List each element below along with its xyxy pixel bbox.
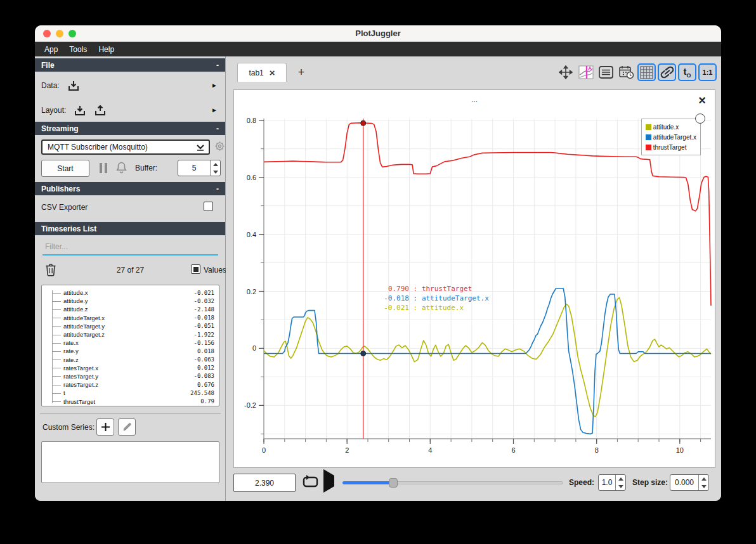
tab-tab1[interactable]: tab1 × — [237, 63, 287, 82]
buffer-spinbox[interactable]: 5 — [178, 160, 221, 176]
tracker-line: -0.018 : attitudeTarget.x — [379, 294, 489, 303]
timeseries-row[interactable]: thrustTarget0.79 — [63, 397, 219, 405]
collapse-indicator: - — [216, 185, 219, 193]
custom-series-list[interactable] — [41, 441, 219, 483]
loop-icon[interactable] — [302, 474, 319, 490]
add-custom-series-button[interactable] — [96, 418, 114, 436]
plot-corner-handle[interactable] — [695, 113, 705, 124]
buffer-spin-arrows[interactable] — [210, 160, 220, 176]
timeseries-row[interactable]: rate.x-0.156 — [63, 339, 219, 347]
slider-handle[interactable] — [389, 478, 398, 488]
play-button[interactable] — [323, 476, 334, 487]
close-window-button[interactable] — [43, 30, 51, 37]
notifications-bell-icon[interactable] — [115, 161, 127, 174]
timeseries-row[interactable]: rate.z-0.063 — [63, 356, 219, 364]
legend-color-chip — [646, 145, 651, 150]
curve-tracker-icon[interactable]: A — [577, 63, 595, 81]
data-menu-arrow[interactable]: ► — [211, 82, 218, 89]
pan-zoom-icon[interactable] — [556, 63, 575, 81]
section-header-publishers[interactable]: Publishers - — [35, 182, 225, 195]
timeseries-value: 0.018 — [197, 348, 214, 354]
datetime-icon[interactable] — [617, 63, 635, 81]
save-layout-icon[interactable] — [94, 105, 107, 117]
timeseries-name[interactable]: attitudeTarget.y — [63, 323, 105, 330]
timeseries-name[interactable]: rate.y — [63, 347, 79, 354]
timeseries-row[interactable]: attitude.y-0.032 — [63, 297, 219, 305]
new-tab-button[interactable]: + — [293, 64, 310, 81]
slider-fill — [342, 481, 393, 484]
tracker-line: -0.021 : attitude.x — [379, 303, 489, 313]
time-readout-box[interactable]: 2.390 — [233, 474, 296, 492]
menu-item-app[interactable]: App — [39, 44, 63, 55]
timeseries-row[interactable]: ratesTarget.y-0.083 — [63, 372, 219, 380]
plot-close-icon[interactable]: × — [698, 94, 706, 107]
section-header-streaming[interactable]: Streaming - — [35, 122, 225, 135]
pause-icon[interactable] — [99, 162, 108, 174]
timeseries-row[interactable]: ratesTarget.x0.012 — [63, 364, 219, 372]
plot-title[interactable]: ... — [234, 95, 715, 104]
timeseries-row[interactable]: attitudeTarget.z-1.922 — [63, 330, 219, 339]
timeseries-row[interactable]: attitudeTarget.y-0.051 — [63, 322, 219, 330]
timeseries-name[interactable]: ratesTarget.x — [63, 365, 98, 372]
timeseries-name[interactable]: rate.x — [63, 339, 79, 346]
menu-item-help[interactable]: Help — [93, 44, 120, 55]
timeseries-row[interactable]: rate.y0.018 — [63, 347, 219, 355]
timeseries-row[interactable]: attitude.x-0.021 — [63, 288, 219, 297]
legend-item[interactable]: attitude.x — [646, 122, 696, 132]
timeseries-name[interactable]: rate.z — [63, 356, 79, 363]
timeseries-name[interactable]: attitudeTarget.z — [63, 331, 105, 338]
svg-text:0.4: 0.4 — [247, 231, 256, 238]
values-checkbox[interactable] — [191, 264, 200, 274]
tracker-readout: 0.790 : thrustTarget-0.018 : attitudeTar… — [379, 284, 489, 313]
minimize-window-button[interactable] — [56, 30, 63, 37]
start-button[interactable]: Start — [41, 160, 89, 177]
step-size-value: 0.000 — [670, 475, 698, 490]
timeseries-name[interactable]: attitude.z — [63, 306, 88, 313]
step-size-spinbox[interactable]: 0.000 — [670, 474, 709, 491]
legend-item[interactable]: attitudeTarget.x — [646, 132, 696, 142]
plot-list-icon[interactable] — [597, 63, 615, 81]
load-data-icon[interactable] — [67, 80, 80, 92]
plot-widget[interactable]: ... × attitude.xattitudeTarget.xthrustTa… — [233, 89, 715, 468]
section-header-timeseries[interactable]: Timeseries List — [35, 222, 225, 235]
timeseries-row[interactable]: t245.548 — [63, 389, 219, 397]
timeseries-name[interactable]: attitude.x — [63, 289, 88, 296]
chevron-down-icon — [196, 143, 205, 151]
ratio-icon[interactable]: 1:1 — [698, 63, 717, 81]
filter-input[interactable] — [42, 240, 218, 256]
timeseries-name[interactable]: attitude.y — [63, 297, 88, 304]
svg-text:4: 4 — [428, 446, 432, 454]
timeseries-name[interactable]: ratesTarget.z — [63, 381, 98, 388]
legend-item[interactable]: thrustTarget — [646, 142, 696, 152]
plot-canvas[interactable]: 02468100.80.60.40.20-0.2 — [264, 119, 711, 439]
section-header-file[interactable]: File - — [35, 58, 225, 72]
link-axes-icon[interactable] — [658, 63, 676, 81]
step-spin-arrows[interactable] — [698, 475, 708, 490]
time-offset-icon[interactable]: tO — [678, 63, 696, 81]
plot-legend[interactable]: attitude.xattitudeTarget.xthrustTarget — [641, 119, 701, 155]
speed-spinbox[interactable]: 1.0 — [598, 474, 626, 491]
buffer-value: 5 — [178, 160, 210, 176]
timeseries-list[interactable]: attitude.x-0.021attitude.y-0.032attitude… — [41, 285, 219, 406]
timeseries-name[interactable]: t — [63, 389, 65, 396]
grid-layout-icon[interactable] — [637, 63, 656, 81]
timeseries-name[interactable]: ratesTarget.y — [63, 373, 98, 380]
timeseries-row[interactable]: ratesTarget.z0.676 — [63, 380, 219, 389]
timeseries-row[interactable]: attitude.z-2.148 — [63, 305, 219, 313]
streaming-settings-gear-icon[interactable] — [214, 141, 225, 152]
tab-close-icon[interactable]: × — [270, 68, 275, 77]
timeseries-name[interactable]: attitudeTarget.x — [63, 314, 105, 321]
collapse-indicator: - — [216, 124, 219, 133]
time-slider[interactable] — [342, 479, 563, 487]
menu-item-tools[interactable]: Tools — [63, 44, 93, 55]
zoom-window-button[interactable] — [68, 30, 76, 37]
timeseries-name[interactable]: thrustTarget — [63, 398, 95, 405]
edit-custom-series-button[interactable] — [118, 418, 136, 436]
plot-axes[interactable]: 02468100.80.60.40.20-0.2 — [264, 119, 711, 439]
load-layout-icon[interactable] — [74, 105, 86, 117]
layout-menu-arrow[interactable]: ► — [211, 107, 218, 113]
speed-spin-arrows[interactable] — [615, 475, 625, 490]
streaming-source-select[interactable]: MQTT Subscriber (Mosquitto) — [41, 139, 210, 155]
timeseries-row[interactable]: attitudeTarget.x-0.018 — [63, 314, 219, 322]
csv-exporter-checkbox[interactable] — [204, 202, 213, 211]
